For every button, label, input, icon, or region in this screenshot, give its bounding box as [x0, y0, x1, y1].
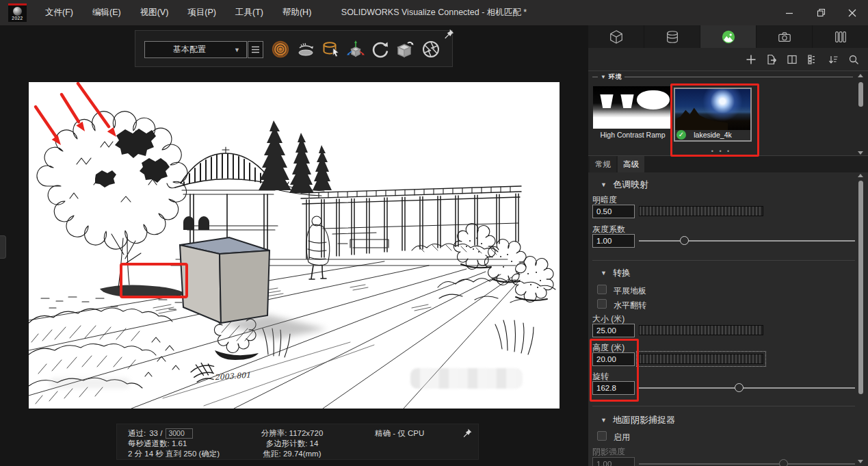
chevron-down-icon: ▼	[234, 47, 246, 53]
menu-edit[interactable]: 编辑(E)	[83, 0, 131, 25]
sketch-signature: 2003.801	[190, 360, 250, 384]
flip-horizontal-label: 水平翻转	[614, 300, 646, 311]
tab-appearances[interactable]	[644, 25, 700, 48]
statusbar-pin-icon[interactable]	[460, 428, 473, 441]
tab-environments[interactable]	[700, 25, 757, 48]
subtab-general[interactable]: 常规	[590, 156, 616, 172]
library-scrollbar[interactable]	[858, 74, 864, 155]
configuration-dropdown[interactable]: 基本配置 ▼	[144, 41, 247, 58]
cube-model[interactable]	[180, 237, 327, 339]
hcr-thumbnail-image	[593, 86, 672, 129]
passes-current: 33 /	[149, 428, 162, 439]
left-panel-handle[interactable]	[0, 235, 6, 259]
burn-slider[interactable]	[639, 206, 763, 216]
scroll-up-icon[interactable]	[858, 74, 863, 77]
view-options-icon[interactable]	[806, 53, 819, 66]
status-scene-block: 分辨率: 1172x720 多边形计数: 14 焦距: 29.74(mm)	[251, 428, 333, 459]
main-toolbar: 基本配置 ▼	[135, 30, 453, 67]
size-input[interactable]: 25.00	[592, 324, 635, 337]
search-icon[interactable]	[847, 53, 860, 66]
rotation-slider[interactable]	[639, 381, 855, 395]
focal-length: 焦距: 29.74(mm)	[251, 449, 333, 459]
gamma-input[interactable]: 1.00	[592, 234, 635, 248]
tab-scenes[interactable]	[813, 25, 868, 48]
sketch-pine-trees	[259, 120, 332, 193]
object-cube-icon[interactable]	[395, 39, 416, 60]
export-library-icon[interactable]	[765, 53, 778, 66]
height-slider[interactable]	[639, 354, 763, 364]
size-slider[interactable]	[639, 325, 763, 335]
menu-project[interactable]: 项目(P)	[178, 0, 226, 25]
camera-aperture-icon[interactable]	[421, 39, 441, 60]
window-controls	[774, 0, 868, 25]
collapse-caret-icon: ▼	[601, 181, 607, 188]
environment-thumb-high-contrast-ramp[interactable]: High Contrast Ramp	[593, 86, 672, 139]
shadow-enable-label: 启用	[614, 432, 630, 443]
passes-limit-input[interactable]: 3000	[166, 428, 193, 439]
shadow-enable-checkbox[interactable]	[597, 431, 607, 441]
hcr-thumbnail-label: High Contrast Ramp	[593, 131, 672, 139]
render-target-icon[interactable]	[270, 39, 291, 60]
menu-view[interactable]: 视图(V)	[131, 0, 179, 25]
flatten-floor-checkbox[interactable]	[597, 285, 607, 294]
environment-section-header[interactable]: ▼ 环境	[592, 73, 853, 81]
burn-input[interactable]: 0.50	[592, 205, 635, 218]
refresh-render-icon[interactable]	[370, 39, 391, 60]
scroll-up-icon[interactable]	[858, 174, 863, 177]
scroll-down-icon[interactable]	[858, 460, 863, 463]
app-window: 2022 文件(F) 编辑(E) 视图(V) 项目(P) 工具(T) 帮助(H)…	[0, 0, 868, 466]
properties-scroll-thumb[interactable]	[858, 181, 863, 394]
render-status-bar: 通过: 33 / 3000 每秒通道数: 1.61 2 分 14 秒 直到 25…	[116, 424, 479, 460]
minimize-button[interactable]	[774, 0, 805, 25]
passes-label: 通过:	[128, 428, 146, 439]
height-input[interactable]: 20.00	[592, 352, 635, 366]
menu-tools[interactable]: 工具(T)	[226, 0, 273, 25]
gamma-slider[interactable]	[639, 234, 855, 248]
shadow-intensity-slider	[639, 457, 855, 466]
configuration-list-button[interactable]	[248, 41, 263, 58]
turntable-icon[interactable]	[295, 39, 316, 60]
section-tone-mapping[interactable]: ▼ 色调映射	[601, 179, 648, 191]
time-remaining: 2 分 14 秒 直到 250 (确定)	[128, 449, 220, 459]
restore-button[interactable]	[805, 0, 837, 25]
app-logo-icon: 2022	[8, 3, 27, 22]
paint-material-icon[interactable]	[321, 39, 341, 60]
toolbar-pin-icon[interactable]	[441, 28, 455, 44]
library-expand-dots[interactable]: • • •	[588, 148, 854, 155]
render-mode: 精确 - 仅 CPU	[375, 428, 424, 439]
sort-icon[interactable]	[827, 53, 839, 66]
environment-thumb-lakeside[interactable]: lakeside_4k ✓	[674, 88, 752, 142]
globe-icon	[13, 7, 22, 16]
shadow-intensity-handle	[779, 459, 788, 466]
sketch-person	[306, 216, 330, 279]
shadow-intensity-input: 1.00	[592, 457, 635, 466]
lakeside-thumbnail-label: lakeside_4k	[675, 130, 750, 140]
add-environment-icon[interactable]	[745, 53, 757, 66]
subtab-advanced[interactable]: 高级	[618, 156, 644, 172]
collapse-caret-icon: ▼	[601, 417, 607, 424]
rotation-slider-handle[interactable]	[735, 383, 744, 392]
collapse-caret-icon: ▼	[601, 270, 607, 276]
watermark-mosaic	[410, 368, 523, 389]
rotation-input[interactable]: 162.8	[592, 381, 635, 395]
palette-panel: ▼ 环境 High Contrast Ramp lakeside_4k ✓ • …	[588, 25, 868, 466]
status-passes-block: 通过: 33 / 3000 每秒通道数: 1.61 2 分 14 秒 直到 25…	[128, 428, 220, 459]
titlebar: 2022 文件(F) 编辑(E) 视图(V) 项目(P) 工具(T) 帮助(H)…	[0, 0, 868, 25]
library-scroll-thumb[interactable]	[858, 82, 863, 107]
section-transform[interactable]: ▼ 转换	[601, 267, 631, 279]
close-button[interactable]	[837, 0, 868, 25]
tab-cameras[interactable]	[757, 25, 813, 48]
properties-scrollbar[interactable]	[858, 174, 864, 463]
polygon-count: 多边形计数: 14	[251, 439, 333, 449]
menu-file[interactable]: 文件(F)	[36, 0, 83, 25]
tab-models[interactable]	[588, 25, 644, 48]
move-object-icon[interactable]	[345, 39, 366, 60]
menu-help[interactable]: 帮助(H)	[273, 0, 321, 25]
section-shadow-catcher[interactable]: ▼ 地面阴影捕捉器	[601, 414, 675, 426]
scroll-down-icon[interactable]	[858, 151, 863, 155]
sketch-tree	[37, 112, 198, 309]
split-view-icon[interactable]	[786, 53, 798, 66]
gamma-slider-handle[interactable]	[680, 236, 689, 245]
render-viewport[interactable]: 2003.801	[29, 82, 560, 409]
flip-horizontal-checkbox[interactable]	[597, 299, 607, 309]
